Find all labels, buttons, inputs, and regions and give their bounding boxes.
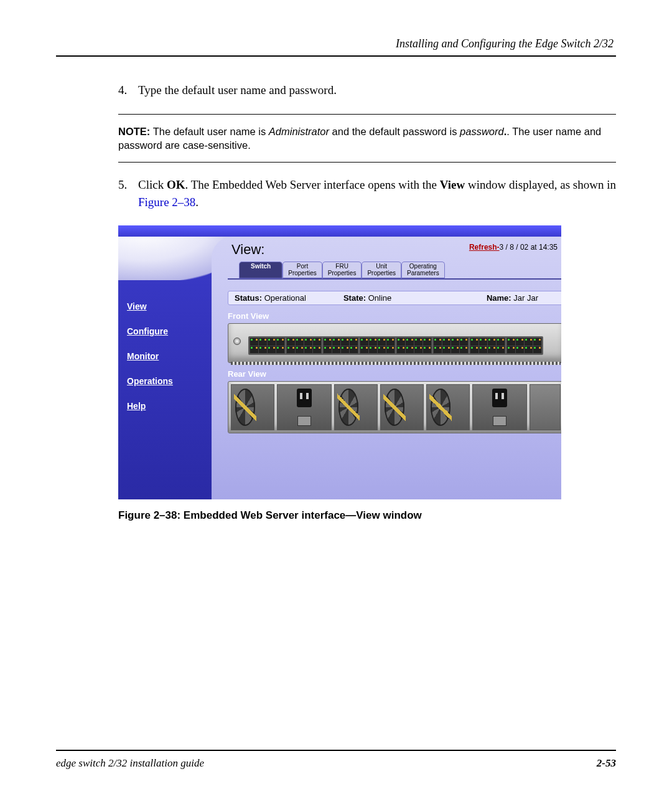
fan-module-icon: [380, 384, 424, 430]
note-password: password: [460, 126, 504, 137]
step-4-number: 4.: [118, 82, 138, 99]
tab-operating-parameters[interactable]: Operating Parameters: [401, 262, 445, 279]
port-row: [248, 336, 543, 355]
switch-panel: Status: Operational State: Online Name: …: [228, 280, 561, 433]
ui-sidebar: View Configure Monitor Operations Help: [127, 294, 173, 418]
note-username: Administrator: [269, 126, 329, 137]
header-rule: [56, 55, 616, 57]
state-value: Online: [368, 293, 392, 303]
sidebar-item-view[interactable]: View: [127, 294, 173, 319]
tab-switch[interactable]: Switch: [239, 262, 282, 279]
power-knob-icon: [233, 337, 241, 345]
front-view-device: [228, 323, 561, 363]
footer-rule: [56, 750, 616, 751]
footer-guide-title: edge switch 2/32 installation guide: [56, 757, 204, 770]
fan-module-icon: [334, 384, 378, 430]
mgmt-module-icon: [530, 384, 561, 430]
sidebar-item-help[interactable]: Help: [127, 394, 173, 418]
tab-unit-properties[interactable]: Unit Properties: [362, 262, 401, 279]
embedded-web-ui: View Configure Monitor Operations Help V…: [118, 225, 561, 499]
step-5: 5. Click OK. The Embedded Web Server int…: [118, 176, 616, 210]
psu-module-icon: [277, 384, 332, 430]
refresh-link[interactable]: Refresh-: [469, 243, 500, 252]
sidebar-item-operations[interactable]: Operations: [127, 369, 173, 394]
figure-link[interactable]: Figure 2–38: [138, 196, 195, 209]
sidebar-item-monitor[interactable]: Monitor: [127, 344, 173, 369]
note-bottom-rule: [118, 162, 616, 163]
step-5-number: 5.: [118, 176, 138, 210]
sidebar-item-configure[interactable]: Configure: [127, 319, 173, 344]
note-top-rule: [118, 114, 616, 115]
page-footer: edge switch 2/32 installation guide 2-53: [56, 750, 616, 770]
page-number: 2-53: [597, 757, 616, 770]
step-4: 4. Type the default user name and passwo…: [118, 82, 616, 99]
ui-top-strip: [118, 225, 561, 237]
rear-view-label: Rear View: [228, 369, 561, 379]
rear-view-device: [228, 381, 561, 433]
step-4-text: Type the default user name and password.: [138, 82, 616, 99]
front-view-label: Front View: [228, 311, 561, 321]
refresh-status: Refresh-3 / 8 / 02 at 14:35: [469, 243, 558, 252]
figure-caption: Figure 2–38: Embedded Web Server interfa…: [118, 509, 616, 522]
note-block: NOTE: The default user name is Administr…: [118, 118, 616, 159]
name-value: Jar Jar: [513, 293, 538, 303]
ui-main: View: Refresh-3 / 8 / 02 at 14:35 Switch…: [212, 237, 561, 499]
page-title: View: Refresh-3 / 8 / 02 at 14:35: [228, 240, 561, 260]
tab-bar: Switch Port Properties FRU Properties Un…: [239, 262, 561, 279]
note-label: NOTE:: [118, 126, 150, 137]
status-bar: Status: Operational State: Online Name: …: [228, 291, 561, 305]
step-5-text: Click OK. The Embedded Web Server interf…: [138, 176, 616, 210]
tab-port-properties[interactable]: Port Properties: [282, 262, 322, 279]
figure-2-38: View Configure Monitor Operations Help V…: [118, 225, 616, 522]
psu-module-icon: [472, 384, 527, 430]
tab-fru-properties[interactable]: FRU Properties: [322, 262, 362, 279]
status-value: Operational: [264, 293, 306, 303]
fan-module-icon: [231, 384, 274, 430]
fan-module-icon: [426, 384, 470, 430]
running-header: Installing and Configuring the Edge Swit…: [56, 37, 616, 50]
